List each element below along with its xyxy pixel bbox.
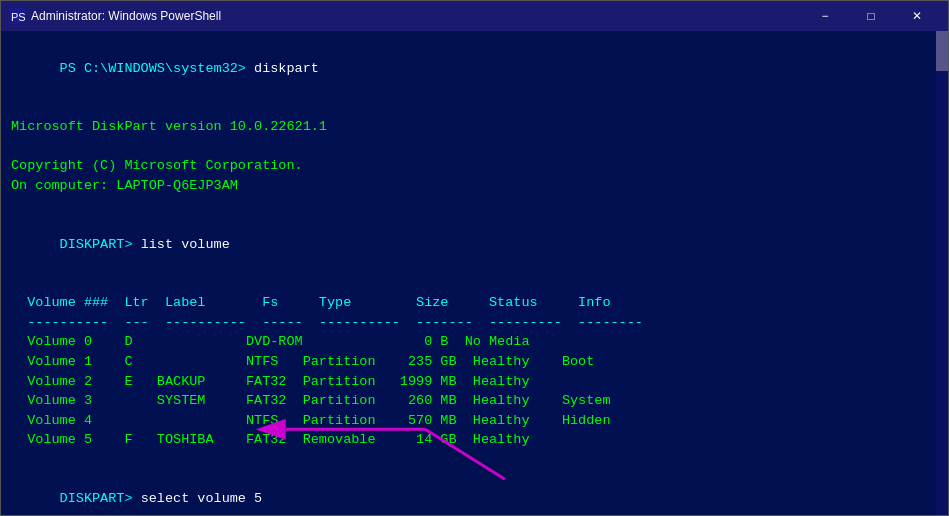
- minimize-button[interactable]: −: [802, 1, 848, 31]
- svg-text:PS: PS: [11, 11, 25, 23]
- table-row-4: Volume 4 NTFS Partition 570 MB Healthy H…: [11, 411, 938, 431]
- window: PS Administrator: Windows PowerShell − □…: [0, 0, 949, 516]
- table-row-5: Volume 5 F TOSHIBA FAT32 Removable 14 GB…: [11, 430, 938, 450]
- prompt-text-2: DISKPART>: [60, 237, 141, 252]
- table-row-1: Volume 1 C NTFS Partition 235 GB Healthy…: [11, 352, 938, 372]
- table-row-2: Volume 2 E BACKUP FAT32 Partition 1999 M…: [11, 372, 938, 392]
- prompt-text-1: PS C:\WINDOWS\system32>: [60, 61, 254, 76]
- table-row-3: Volume 3 SYSTEM FAT32 Partition 260 MB H…: [11, 391, 938, 411]
- prompt-line-3: DISKPART> select volume 5: [11, 469, 938, 515]
- table-row-0: Volume 0 D DVD-ROM 0 B No Media: [11, 332, 938, 352]
- scrollbar[interactable]: [936, 31, 948, 515]
- prompt-text-3: DISKPART>: [60, 491, 141, 506]
- app-icon: PS: [9, 8, 25, 24]
- table-header: Volume ### Ltr Label Fs Type Size Status…: [11, 293, 938, 313]
- window-controls: − □ ✕: [802, 1, 940, 31]
- prompt-line-2: DISKPART> list volume: [11, 215, 938, 274]
- blank-line-3: [11, 196, 938, 216]
- command-2: list volume: [141, 237, 230, 252]
- diskpart-version: Microsoft DiskPart version 10.0.22621.1: [11, 117, 938, 137]
- computer-line: On computer: LAPTOP-Q6EJP3AM: [11, 176, 938, 196]
- blank-line-4: [11, 274, 938, 294]
- command-1: diskpart: [254, 61, 319, 76]
- blank-line-2: [11, 137, 938, 157]
- window-title: Administrator: Windows PowerShell: [31, 9, 802, 23]
- copyright-line: Copyright (C) Microsoft Corporation.: [11, 156, 938, 176]
- maximize-button[interactable]: □: [848, 1, 894, 31]
- command-3: select volume 5: [141, 491, 263, 506]
- close-button[interactable]: ✕: [894, 1, 940, 31]
- blank-line-1: [11, 98, 938, 118]
- table-divider: ---------- --- ---------- ----- --------…: [11, 313, 938, 333]
- scrollbar-thumb[interactable]: [936, 31, 948, 71]
- prompt-line-1: PS C:\WINDOWS\system32> diskpart: [11, 39, 938, 98]
- volume-table: Volume ### Ltr Label Fs Type Size Status…: [11, 293, 938, 450]
- titlebar: PS Administrator: Windows PowerShell − □…: [1, 1, 948, 31]
- blank-line-5: [11, 450, 938, 470]
- terminal-body[interactable]: PS C:\WINDOWS\system32> diskpart Microso…: [1, 31, 948, 515]
